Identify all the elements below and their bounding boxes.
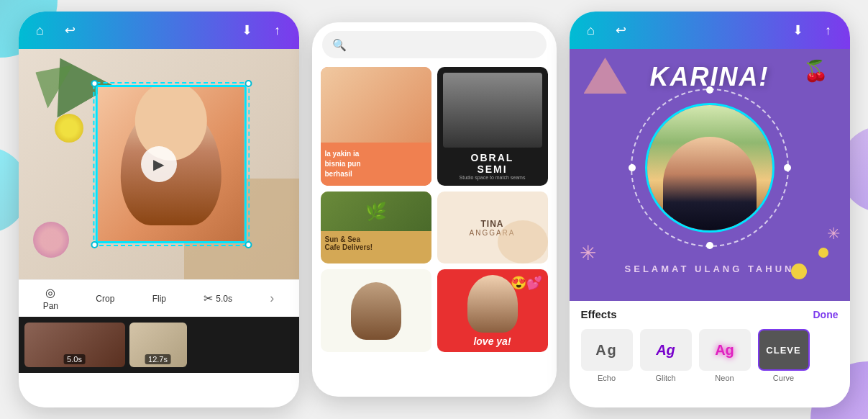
template-orange-collage[interactable]: Ia yakin iabisnia punberhasil (321, 67, 431, 186)
birthday-text: SELAMAT ULANG TAHUN (625, 263, 795, 274)
template-red-emoji[interactable]: 😍💕 love ya! (437, 269, 548, 352)
effects-panel: Effects Done Ag Echo Ag Glitch Ag (570, 301, 850, 395)
flower-yellow (55, 114, 83, 143)
bw-subtitle: Studio space to match seams (443, 175, 542, 180)
search-icon: 🔍 (332, 38, 347, 52)
corner-handle-tr[interactable] (245, 80, 252, 87)
phone-templates: 🔍 Ia yakin iabisnia punberhasil OBRALSEM… (312, 22, 557, 397)
flip-tool[interactable]: Flip (152, 294, 166, 304)
neon-label: Neon (715, 374, 734, 382)
download-icon[interactable]: ⬇ (237, 20, 257, 40)
oval-handle-left[interactable] (629, 164, 636, 171)
glitch-label: Glitch (655, 374, 675, 382)
template-sketch-person[interactable] (321, 269, 431, 352)
pan-tool[interactable]: ◎ Pan (43, 286, 58, 311)
home-icon[interactable]: ⌂ (30, 20, 50, 40)
oval-selection (631, 89, 789, 247)
home-icon-p3[interactable]: ⌂ (581, 20, 601, 40)
share-icon-p3[interactable]: ↑ (818, 20, 839, 40)
pan-label: Pan (43, 301, 58, 311)
deco-cherry: 🍒 (803, 59, 828, 83)
phone3-left-icons: ⌂ ↩ (581, 20, 631, 40)
echo-label: Echo (598, 374, 616, 382)
flip-label: Flip (152, 294, 166, 304)
phone3-right-icons: ⬇ ↑ (788, 20, 839, 40)
cafe-food-icon: 🌿 (365, 202, 387, 222)
done-button[interactable]: Done (813, 309, 839, 320)
glitch-preview: Ag (640, 329, 692, 371)
oval-handle-right[interactable] (784, 164, 791, 171)
tina-name: TINA (481, 219, 504, 229)
neon-preview: Ag (699, 329, 751, 371)
scissors-icon: ✂ (204, 292, 213, 305)
template-cafe[interactable]: 🌿 Sun & SeaCafe Delivers! (321, 192, 431, 263)
corner-handle-tl[interactable] (91, 80, 98, 87)
tina-subname: ANGGARA (469, 229, 515, 237)
duration-label: 5.0s (216, 294, 232, 304)
orange-bottom-text: Ia yakin iabisnia punberhasil (321, 143, 431, 186)
template-bw-fashion[interactable]: OBRALSEMI Studio space to match seams (437, 67, 548, 186)
selection-frame (93, 82, 250, 246)
effect-neon[interactable]: Ag Neon (699, 329, 751, 382)
back-icon[interactable]: ↩ (60, 20, 81, 40)
phone-design-editor: ⌂ ↩ ⬇ ↑ 🍒 ✳ ✳ KARINA! (570, 12, 850, 407)
corner-handle-bl[interactable] (91, 241, 98, 248)
clip1-duration: 5.0s (63, 354, 86, 364)
deco-leaf-canvas (584, 58, 627, 94)
emoji-decoration: 😍💕 (511, 275, 542, 291)
effects-grid: Ag Echo Ag Glitch Ag Neon CLE (581, 329, 839, 382)
search-bar[interactable]: 🔍 (322, 31, 547, 58)
toolbar-more-arrow[interactable]: › (270, 291, 274, 306)
template-grid: Ia yakin iabisnia punberhasil OBRALSEMI … (312, 67, 557, 352)
phone-video-editor: ⌂ ↩ ⬇ ↑ ▶ (19, 12, 299, 407)
deco-circle-yellow2 (818, 248, 828, 258)
crop-label: Crop (96, 294, 114, 304)
phone1-right-icons: ⬇ ↑ (237, 20, 288, 40)
corner-handle-br[interactable] (245, 241, 252, 248)
flower-pink (33, 222, 69, 258)
oval-handle-top[interactable] (706, 86, 713, 94)
oval-handle-bottom[interactable] (706, 242, 713, 249)
effect-echo[interactable]: Ag Echo (581, 329, 633, 382)
video-canvas: ▶ (19, 49, 299, 279)
echo-preview-text: Ag (595, 342, 618, 359)
editing-toolbar: ◎ Pan Crop Flip ✂ 5.0s › (19, 279, 299, 317)
neon-preview-text: Ag (715, 342, 734, 359)
share-icon[interactable]: ↑ (268, 20, 288, 40)
bw-model-photo (443, 73, 542, 148)
curve-preview-text: CLEVE (766, 345, 800, 356)
orange-text: Ia yakin iabisnia punberhasil (325, 149, 427, 179)
crop-tool[interactable]: Crop (96, 294, 114, 304)
filmstrip: 5.0s 12.7s (19, 317, 299, 373)
clip2-duration: 12.7s (145, 354, 171, 364)
glitch-preview-text: Ag (656, 342, 675, 359)
duration-tool[interactable]: ✂ 5.0s (204, 292, 232, 305)
effects-header: Effects Done (581, 308, 839, 320)
phone1-header: ⌂ ↩ ⬇ ↑ (19, 12, 299, 49)
echo-preview: Ag (581, 329, 633, 371)
bw-title: OBRALSEMI (443, 152, 542, 175)
design-canvas: 🍒 ✳ ✳ KARINA! SELAMAT ULANG TAHUN (570, 49, 850, 301)
cafe-top: 🌿 (321, 192, 431, 231)
download-icon-p3[interactable]: ⬇ (788, 20, 808, 40)
phone1-left-icons: ⌂ ↩ (30, 20, 81, 40)
curve-preview: CLEVE (758, 329, 810, 371)
effect-curve[interactable]: CLEVE Curve (758, 329, 810, 382)
back-icon-p3[interactable]: ↩ (611, 20, 631, 40)
effect-glitch[interactable]: Ag Glitch (640, 329, 692, 382)
deco-star: ✳ (580, 241, 596, 265)
orange-top-photo (321, 67, 431, 143)
cafe-title: Sun & SeaCafe Delivers! (325, 235, 427, 251)
film-clip-1[interactable]: 5.0s (24, 323, 125, 367)
phone3-header: ⌂ ↩ ⬇ ↑ (570, 12, 850, 49)
effects-title: Effects (581, 308, 617, 320)
template-tina[interactable]: TINA ANGGARA (437, 192, 548, 263)
cafe-bottom: Sun & SeaCafe Delivers! (321, 231, 431, 256)
pan-icon: ◎ (45, 286, 55, 299)
birthday-arc-text: SELAMAT ULANG TAHUN (609, 251, 810, 287)
sketch-person-figure (351, 282, 401, 340)
curve-label: Curve (773, 374, 794, 382)
film-clip-2[interactable]: 12.7s (129, 323, 187, 367)
love-text: love ya! (473, 335, 511, 347)
deco-star2: ✳ (827, 225, 840, 243)
